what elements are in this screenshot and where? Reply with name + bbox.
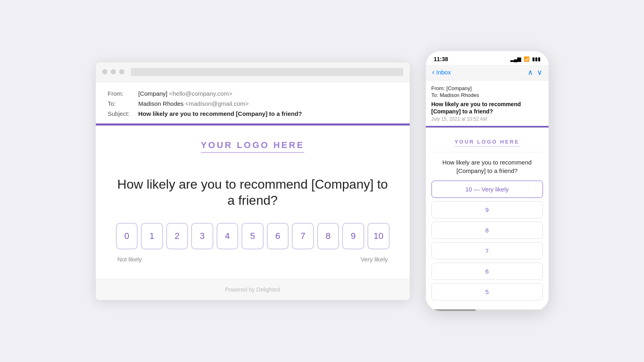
phone-nps-item-0[interactable]: 10 — Very likely: [431, 181, 543, 198]
nps-button-7[interactable]: 7: [292, 223, 314, 249]
nps-button-9[interactable]: 9: [342, 223, 364, 249]
from-row: From: [Company] <hello@company.com>: [108, 90, 398, 97]
nps-button-2[interactable]: 2: [166, 223, 188, 249]
subject-label: Subject:: [108, 110, 132, 117]
phone-date: July 15, 2021 at 10:52 AM: [431, 116, 543, 122]
phone-time: 11:38: [434, 56, 448, 62]
footer-text: Powered by Delighted: [225, 286, 280, 293]
nps-scale: 012345678910: [116, 223, 390, 249]
phone-nps-item-5[interactable]: 5: [431, 283, 543, 300]
window-chrome: [96, 62, 410, 82]
to-row: To: Madison Rhodes <madison@gmail.com>: [108, 100, 398, 107]
to-value: Madison Rhodes <madison@gmail.com>: [138, 100, 249, 107]
logo-text: YOUR LOGO HERE: [201, 140, 305, 153]
phone-nps-item-2[interactable]: 8: [431, 222, 543, 239]
nps-button-10[interactable]: 10: [367, 223, 390, 249]
wifi-icon: 📶: [524, 56, 530, 62]
subject-row: Subject: How likely are you to recommend…: [108, 110, 398, 117]
traffic-light-yellow: [111, 69, 116, 74]
to-email: <madison@gmail.com>: [185, 100, 249, 107]
phone-logo-text: YOUR LOGO HERE: [454, 139, 519, 146]
nps-button-6[interactable]: 6: [267, 223, 289, 249]
from-label: From:: [108, 90, 132, 97]
email-footer: Powered by Delighted: [96, 279, 410, 300]
desktop-email-window: From: [Company] <hello@company.com> To: …: [96, 62, 410, 300]
nps-button-1[interactable]: 1: [141, 223, 163, 249]
nps-label-left: Not likely: [118, 256, 142, 263]
up-arrow-icon[interactable]: ∧: [528, 68, 533, 77]
to-label: To:: [108, 100, 132, 107]
phone-subject: How likely are you to recommend [Company…: [431, 101, 543, 115]
phone-body: YOUR LOGO HERE How likely are you to rec…: [426, 128, 549, 306]
phone-nav-bar: ‹ Inbox ∧ ∨: [426, 65, 549, 80]
subject-text: How likely are you to recommend [Company…: [138, 110, 302, 117]
nps-label-right: Very likely: [361, 256, 388, 263]
nps-button-4[interactable]: 4: [217, 223, 239, 249]
from-email: <hello@company.com>: [169, 90, 232, 97]
logo-area: YOUR LOGO HERE: [96, 125, 410, 164]
back-arrow-icon: ‹: [432, 68, 435, 76]
email-header: From: [Company] <hello@company.com> To: …: [96, 82, 410, 123]
phone-nav-arrows: ∧ ∨: [528, 68, 542, 77]
nps-button-3[interactable]: 3: [191, 223, 213, 249]
back-label: Inbox: [436, 69, 451, 76]
survey-body: How likely are you to recommend [Company…: [96, 164, 410, 279]
phone-scroll-indicator: [431, 309, 543, 311]
nps-question: How likely are you to recommend [Company…: [116, 176, 390, 208]
mobile-phone: 11:38 ▂▄▆ 📶 ▮▮▮ ‹ Inbox ∧ ∨ From: [Compa…: [426, 51, 549, 311]
from-value: [Company] <hello@company.com>: [138, 90, 232, 97]
phone-to: To: Madison Rhodes: [431, 92, 543, 98]
nps-labels: Not likely Very likely: [116, 256, 390, 263]
phone-nps-list: 10 — Very likely98765: [431, 181, 543, 300]
to-name: Madison Rhodes: [138, 100, 184, 107]
address-bar: [131, 68, 403, 76]
traffic-light-red: [102, 69, 107, 74]
phone-status-icons: ▂▄▆ 📶 ▮▮▮: [510, 56, 541, 62]
nps-button-5[interactable]: 5: [242, 223, 264, 249]
phone-logo-area: YOUR LOGO HERE: [431, 133, 543, 152]
phone-scroll-thumb: [431, 309, 476, 311]
battery-icon: ▮▮▮: [532, 56, 541, 62]
phone-nps-item-1[interactable]: 9: [431, 201, 543, 218]
nps-button-8[interactable]: 8: [317, 223, 339, 249]
nps-button-0[interactable]: 0: [116, 223, 138, 249]
from-name: [Company]: [138, 90, 168, 97]
phone-back-button[interactable]: ‹ Inbox: [432, 68, 451, 76]
phone-nps-item-4[interactable]: 6: [431, 263, 543, 280]
down-arrow-icon[interactable]: ∨: [537, 68, 542, 77]
signal-icon: ▂▄▆: [510, 56, 521, 62]
traffic-light-green: [119, 69, 124, 74]
phone-nps-question: How likely are you to recommend [Company…: [431, 158, 543, 175]
phone-status-bar: 11:38 ▂▄▆ 📶 ▮▮▮: [426, 51, 549, 65]
phone-nps-item-3[interactable]: 7: [431, 242, 543, 259]
phone-email-header: From: [Company] To: Madison Rhodes How l…: [426, 80, 549, 126]
phone-from: From: [Company]: [431, 85, 543, 91]
